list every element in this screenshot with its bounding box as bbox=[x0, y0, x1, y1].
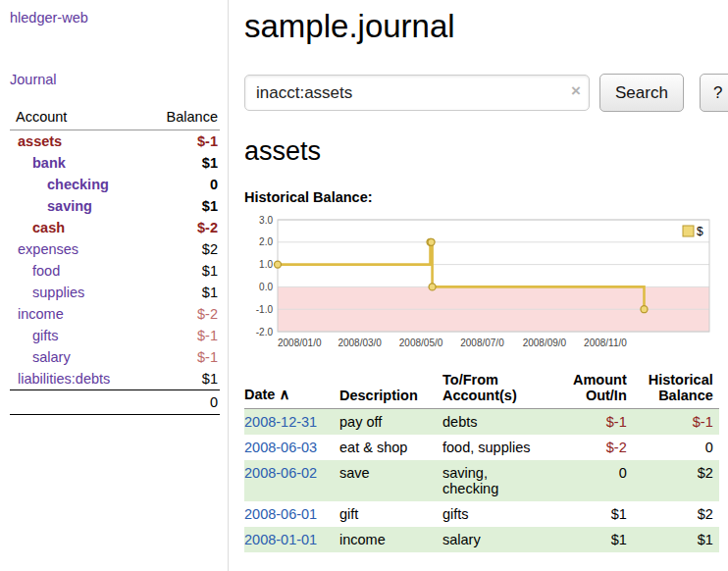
accounts-header-row: Account Balance bbox=[10, 107, 220, 130]
register-row: 2008-01-01incomesalary$1$1 bbox=[244, 527, 719, 552]
search-field-wrap: × bbox=[244, 75, 590, 111]
y-tick-label: -2.0 bbox=[256, 327, 274, 337]
journal-nav: Journal bbox=[10, 72, 220, 87]
chart-heading: Historical Balance: bbox=[244, 189, 728, 205]
account-balance: $1 bbox=[143, 282, 220, 303]
date-column-header[interactable]: Date ∧ bbox=[244, 370, 339, 409]
amount-column-header: Amount Out/In bbox=[573, 370, 633, 409]
x-tick-label: 2008/11/0 bbox=[584, 337, 627, 348]
account-row: liabilities:debts$1 bbox=[10, 368, 220, 390]
journal-link[interactable]: Journal bbox=[10, 72, 57, 87]
y-tick-label: 2.0 bbox=[259, 236, 273, 247]
transaction-balance: $1 bbox=[633, 527, 719, 552]
transaction-accounts: food, supplies bbox=[442, 435, 573, 460]
accounts-total-row: 0 bbox=[10, 390, 220, 415]
transaction-description: save bbox=[339, 460, 442, 501]
legend-swatch bbox=[683, 226, 694, 236]
account-link-cash[interactable]: cash bbox=[32, 220, 65, 235]
transaction-balance: $2 bbox=[633, 460, 719, 501]
y-tick-label: 1.0 bbox=[259, 259, 273, 270]
account-link-income[interactable]: income bbox=[18, 306, 64, 322]
transaction-balance: $2 bbox=[633, 501, 719, 527]
account-row: expenses$2 bbox=[10, 238, 220, 260]
transaction-description: income bbox=[339, 527, 442, 552]
x-tick-label: 2008/01/0 bbox=[278, 337, 322, 348]
search-button[interactable]: Search bbox=[599, 74, 684, 112]
transaction-description: gift bbox=[339, 501, 442, 527]
balance-column-header: Balance bbox=[143, 107, 220, 130]
transaction-date-cell: 2008-06-01 bbox=[244, 501, 339, 527]
transaction-accounts: salary bbox=[442, 527, 573, 552]
search-form: × Search ? bbox=[244, 74, 728, 112]
account-balance: $-1 bbox=[143, 325, 220, 346]
date-header-label: Date bbox=[244, 387, 275, 402]
transaction-description: pay off bbox=[339, 409, 442, 436]
account-row: cash$-2 bbox=[10, 217, 220, 238]
transaction-date-cell: 2008-01-01 bbox=[244, 527, 339, 552]
transaction-balance: 0 bbox=[633, 435, 719, 460]
total-spacer bbox=[10, 390, 143, 415]
transaction-amount: $-1 bbox=[573, 409, 633, 436]
account-link-checking[interactable]: checking bbox=[47, 177, 109, 192]
account-link-liabilities-debts[interactable]: liabilities:debts bbox=[18, 371, 110, 387]
account-row: supplies$1 bbox=[10, 282, 220, 303]
account-link-salary[interactable]: salary bbox=[32, 349, 71, 365]
account-row: saving$1 bbox=[10, 195, 220, 217]
x-tick-label: 2008/03/0 bbox=[338, 337, 382, 348]
help-button[interactable]: ? bbox=[700, 74, 728, 112]
sort-asc-icon: ∧ bbox=[279, 386, 289, 402]
x-tick-label: 2008/07/0 bbox=[460, 337, 504, 348]
clear-search-icon[interactable]: × bbox=[571, 82, 581, 99]
main-content: sample.journal × Search ? assets Histori… bbox=[229, 0, 728, 571]
account-heading: assets bbox=[244, 136, 728, 167]
transaction-accounts: gifts bbox=[442, 501, 573, 527]
chart-container: 3.02.01.00.0-1.0-2.02008/01/02008/03/020… bbox=[244, 210, 728, 362]
register-header-row: Date ∧ Description To/From Account(s) Am… bbox=[244, 370, 719, 409]
hledger-web-page: hledger-web Journal Account Balance asse… bbox=[0, 0, 728, 571]
transaction-date-link[interactable]: 2008-06-01 bbox=[244, 506, 317, 522]
transaction-balance: $-1 bbox=[633, 409, 719, 436]
accounts-table: Account Balance assets$-1bank$1checking0… bbox=[10, 107, 220, 415]
account-link-gifts[interactable]: gifts bbox=[32, 328, 59, 343]
transaction-date-link[interactable]: 2008-01-01 bbox=[244, 532, 317, 547]
account-link-expenses[interactable]: expenses bbox=[18, 241, 78, 257]
account-link-food[interactable]: food bbox=[32, 263, 60, 279]
account-balance: $-1 bbox=[143, 346, 220, 368]
y-tick-label: 0.0 bbox=[259, 282, 273, 292]
search-input[interactable] bbox=[244, 75, 590, 111]
account-row: assets$-1 bbox=[10, 130, 220, 153]
register-table: Date ∧ Description To/From Account(s) Am… bbox=[244, 370, 719, 552]
register-row: 2008-06-03eat & shopfood, supplies$-20 bbox=[244, 435, 719, 460]
accounts-column-header: To/From Account(s) bbox=[442, 370, 573, 409]
app-title-link[interactable]: hledger-web bbox=[10, 10, 88, 26]
account-row: food$1 bbox=[10, 260, 220, 282]
account-balance: $-1 bbox=[143, 130, 220, 153]
data-point-marker bbox=[428, 238, 435, 245]
transaction-date-link[interactable]: 2008-12-31 bbox=[244, 414, 317, 430]
account-link-assets[interactable]: assets bbox=[18, 133, 62, 149]
account-balance: $1 bbox=[143, 260, 220, 282]
page-title: sample.journal bbox=[244, 8, 728, 45]
balance-column-header-register: Historical Balance bbox=[633, 370, 719, 409]
account-balance: $2 bbox=[143, 238, 220, 260]
transaction-date-cell: 2008-06-02 bbox=[244, 460, 339, 501]
transaction-date-cell: 2008-12-31 bbox=[244, 409, 339, 436]
account-link-supplies[interactable]: supplies bbox=[32, 285, 84, 300]
legend-label: $ bbox=[697, 225, 703, 238]
y-tick-label: -1.0 bbox=[256, 304, 274, 315]
account-link-bank[interactable]: bank bbox=[32, 155, 66, 171]
sidebar: hledger-web Journal Account Balance asse… bbox=[0, 0, 229, 571]
data-point-marker bbox=[641, 306, 648, 313]
account-column-header: Account bbox=[10, 107, 143, 130]
account-row: gifts$-1 bbox=[10, 325, 220, 346]
account-row: checking0 bbox=[10, 174, 220, 195]
register-row: 2008-12-31pay offdebts$-1$-1 bbox=[244, 409, 719, 436]
transaction-date-link[interactable]: 2008-06-03 bbox=[244, 440, 317, 455]
data-point-marker bbox=[275, 261, 282, 268]
account-link-saving[interactable]: saving bbox=[47, 198, 92, 214]
x-tick-label: 2008/05/0 bbox=[399, 337, 443, 348]
transaction-amount: $-2 bbox=[573, 435, 633, 460]
transaction-date-link[interactable]: 2008-06-02 bbox=[244, 465, 317, 481]
app-title: hledger-web bbox=[10, 10, 220, 26]
account-balance: $1 bbox=[143, 368, 220, 390]
